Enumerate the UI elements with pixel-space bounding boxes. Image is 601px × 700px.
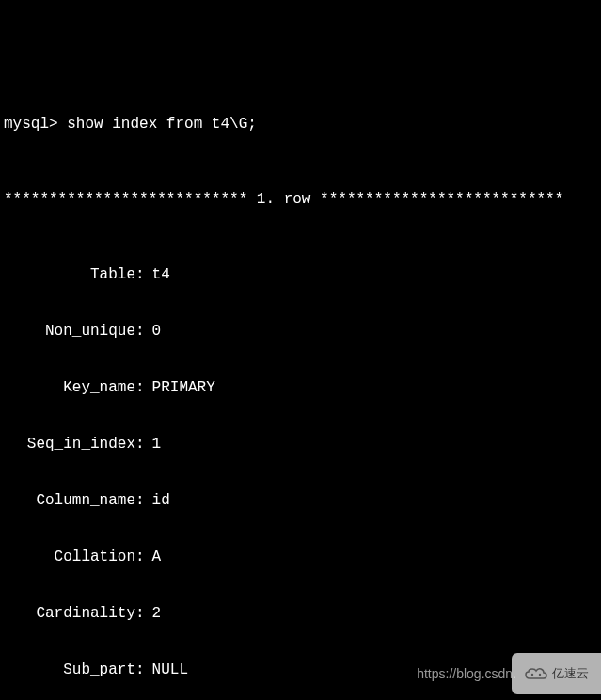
field-label: Seq_in_index (4, 435, 135, 453)
field-value: 2 (145, 604, 162, 623)
field-label: Column_name (4, 491, 135, 510)
logo-badge: 亿速云 (512, 653, 601, 694)
field-label: Cardinality (4, 604, 135, 623)
field-row: Collation:A (4, 548, 601, 566)
field-row: Non_unique:0 (4, 322, 601, 341)
terminal-output: mysql> show index from t4\G; ***********… (0, 75, 601, 700)
field-row: Cardinality:2 (4, 604, 601, 623)
field-value: 0 (145, 322, 162, 341)
field-value: 1 (145, 435, 162, 453)
field-row: Seq_in_index:1 (4, 435, 601, 453)
cloud-icon (524, 666, 548, 681)
svg-point-0 (531, 674, 533, 676)
field-label: Sub_part (4, 660, 135, 679)
field-label: Non_unique (4, 322, 135, 341)
field-value: A (145, 548, 162, 566)
mysql-prompt: mysql> show index from t4\G; (4, 115, 601, 134)
field-row: Key_name:PRIMARY (4, 378, 601, 397)
field-value: t4 (145, 265, 170, 284)
field-label: Collation (4, 548, 135, 566)
watermark-text: https://blog.csdn. (417, 664, 516, 683)
logo-text: 亿速云 (552, 664, 589, 683)
field-value: NULL (145, 660, 188, 679)
field-label: Table (4, 265, 135, 284)
row-separator-1: *************************** 1. row *****… (4, 190, 601, 209)
svg-point-1 (539, 674, 541, 676)
field-label: Key_name (4, 378, 135, 397)
field-value: id (145, 491, 170, 510)
field-row: Column_name:id (4, 491, 601, 510)
field-row: Table:t4 (4, 265, 601, 284)
field-value: PRIMARY (145, 378, 215, 397)
